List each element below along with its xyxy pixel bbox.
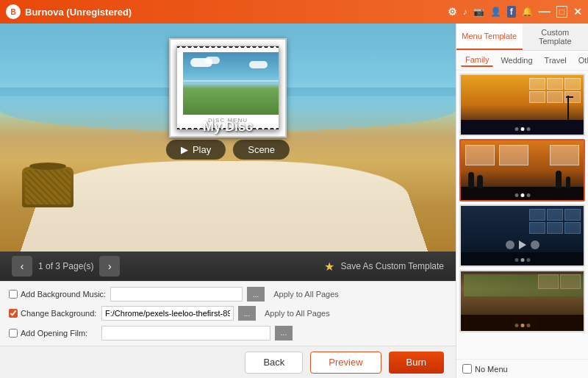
- cat-others[interactable]: Others: [574, 54, 588, 66]
- opening-film-browse-button[interactable]: ...: [275, 326, 293, 340]
- nav-bar: ‹ 1 of 3 Page(s) › ★ Save As Custom Temp…: [0, 252, 456, 281]
- nav-right: ★ Save As Custom Template: [324, 260, 444, 274]
- template-item-2[interactable]: [459, 139, 585, 202]
- page-info: 1 of 3 Page(s): [38, 261, 93, 271]
- opening-film-label: Add Opening Film:: [9, 329, 97, 338]
- prev-page-button[interactable]: ‹: [12, 256, 32, 277]
- minimize-icon[interactable]: —: [539, 6, 551, 18]
- nav-left: ‹ 1 of 3 Page(s) ›: [12, 256, 120, 277]
- app-logo: B: [6, 4, 21, 19]
- back-button[interactable]: Back: [245, 352, 303, 374]
- change-bg-label: Change Background:: [9, 309, 97, 318]
- maximize-icon[interactable]: □: [556, 6, 567, 18]
- save-template-label[interactable]: Save As Custom Template: [340, 261, 444, 271]
- template-item-4[interactable]: [459, 270, 585, 332]
- change-bg-input[interactable]: [101, 306, 234, 321]
- change-bg-apply-label[interactable]: Apply to All Pages: [265, 309, 330, 318]
- play-button[interactable]: ▶ Play: [166, 140, 226, 160]
- music-icon[interactable]: ♪: [463, 7, 467, 17]
- cat-travel[interactable]: Travel: [540, 54, 571, 66]
- change-bg-browse-button[interactable]: ...: [238, 306, 256, 321]
- picnic-blanket: [20, 161, 429, 252]
- scene-button[interactable]: Scene: [233, 140, 290, 160]
- tab-menu-template[interactable]: Menu Template: [456, 24, 523, 50]
- app-title: Burnova (Unregistered): [25, 7, 132, 18]
- titlebar-left: B Burnova (Unregistered): [6, 4, 132, 19]
- next-page-button[interactable]: ›: [99, 256, 120, 277]
- opening-film-checkbox[interactable]: [9, 329, 18, 338]
- cat-family[interactable]: Family: [461, 54, 493, 67]
- category-tabs: Family Wedding Travel Others ›: [456, 51, 588, 71]
- user-icon[interactable]: 👤: [490, 7, 501, 17]
- cat-wedding[interactable]: Wedding: [496, 54, 537, 66]
- titlebar-controls: ⚙ ♪ 📷 👤 f 🔔 — □ ✕: [448, 6, 582, 18]
- play-icon: ▶: [181, 144, 188, 155]
- save-template-star-button[interactable]: ★: [324, 260, 334, 274]
- template-item-3[interactable]: [459, 204, 585, 267]
- opening-film-input[interactable]: [101, 326, 270, 340]
- disc-title: My Disc: [203, 119, 253, 135]
- settings-icon[interactable]: ⚙: [448, 6, 457, 18]
- preview-canvas: DISC MENU My Disc ▶ Play Scene: [0, 24, 456, 252]
- preview-button[interactable]: Preview: [310, 352, 381, 374]
- options-bar: Add Background Music: ... Apply to All P…: [0, 281, 456, 346]
- templates-list: [456, 71, 588, 359]
- template-tabs: Menu Template Custom Template: [456, 24, 588, 51]
- template-item-1[interactable]: [459, 74, 585, 136]
- bg-music-label: Add Background Music:: [9, 290, 106, 299]
- sidebar: Menu Template Custom Template Family Wed…: [456, 24, 588, 378]
- titlebar: B Burnova (Unregistered) ⚙ ♪ 📷 👤 f 🔔 — □…: [0, 0, 588, 24]
- opening-film-row: Add Opening Film: ...: [9, 325, 447, 341]
- action-bar: Back Preview Burn: [0, 346, 456, 378]
- burn-button[interactable]: Burn: [389, 352, 444, 374]
- no-menu-checkbox[interactable]: [462, 364, 472, 374]
- picnic-basket: [22, 167, 74, 207]
- preview-area: DISC MENU My Disc ▶ Play Scene ‹ 1 of 3 …: [0, 24, 456, 378]
- preview-buttons: ▶ Play Scene: [166, 140, 290, 160]
- bg-music-row: Add Background Music: ... Apply to All P…: [9, 286, 447, 302]
- main-content: DISC MENU My Disc ▶ Play Scene ‹ 1 of 3 …: [0, 24, 588, 378]
- change-bg-checkbox[interactable]: [9, 309, 18, 318]
- close-icon[interactable]: ✕: [573, 6, 582, 18]
- bg-music-browse-button[interactable]: ...: [247, 287, 265, 302]
- camera-icon[interactable]: 📷: [473, 7, 484, 17]
- bg-music-apply-label[interactable]: Apply to All Pages: [273, 290, 339, 299]
- change-bg-row: Change Background: ... Apply to All Page…: [9, 305, 447, 321]
- tab-custom-template[interactable]: Custom Template: [523, 24, 589, 50]
- no-menu-label: No Menu: [475, 365, 508, 374]
- no-menu-area: No Menu: [456, 359, 588, 378]
- bg-music-checkbox[interactable]: [9, 290, 18, 299]
- notification-icon[interactable]: 🔔: [522, 7, 533, 17]
- social-icon[interactable]: f: [507, 6, 516, 18]
- bg-music-input[interactable]: [110, 287, 243, 302]
